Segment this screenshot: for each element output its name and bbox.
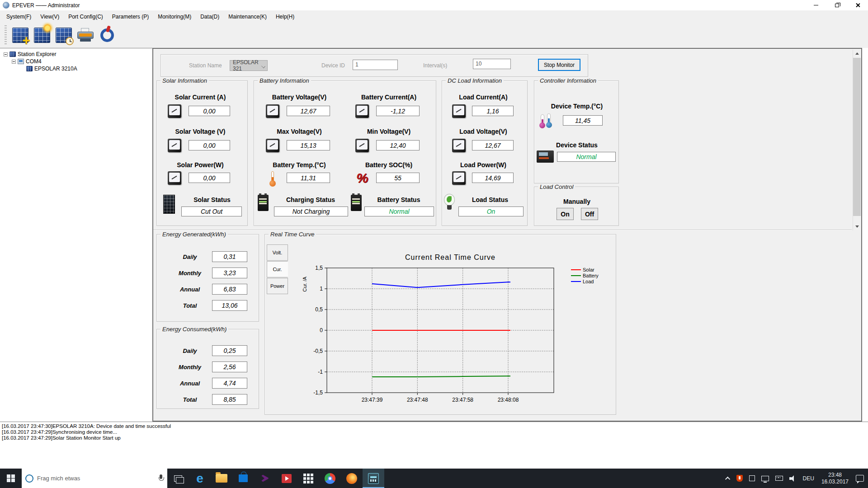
exit-button[interactable] (96, 24, 118, 46)
menu-maintenance[interactable]: Maintenance(K) (224, 12, 271, 22)
taskbar-app-epever-active[interactable] (363, 469, 384, 488)
menu-system[interactable]: System(F) (2, 12, 36, 22)
collapse-icon[interactable] (4, 52, 8, 56)
svg-text:-0,5: -0,5 (313, 348, 323, 354)
print-button[interactable] (75, 24, 96, 46)
solar-current-value: 0,00 (189, 106, 230, 116)
menu-help[interactable]: Help(H) (271, 12, 299, 22)
language-label: DEU (803, 475, 814, 482)
min-voltage-value: 12,40 (376, 140, 420, 150)
taskbar-search[interactable]: Frag mich etwas (22, 469, 167, 488)
menu-view[interactable]: View(V) (36, 12, 64, 22)
scroll-down-button[interactable] (853, 223, 861, 230)
load-current-value: 1,16 (472, 106, 514, 116)
tray-background-app[interactable] (746, 469, 758, 488)
device-time-button[interactable] (53, 24, 75, 46)
tree-item-com4[interactable]: COM4 (12, 58, 42, 65)
taskbar-app-file-explorer[interactable] (211, 469, 232, 488)
action-center-button[interactable] (853, 469, 867, 488)
tree-item-epsolar-3210a[interactable]: EPSOLAR 3210A (26, 65, 77, 72)
printer-icon (77, 28, 94, 42)
tray-display[interactable] (758, 469, 772, 488)
taskbar-app-grid[interactable] (297, 469, 319, 488)
monthly-label: Monthly (170, 364, 210, 371)
station-icon (9, 52, 16, 57)
meter-icon (266, 104, 279, 118)
total-consumed-value: 8,85 (212, 394, 247, 405)
stop-monitor-button[interactable]: Stop Monitor (538, 59, 580, 71)
svg-text:0: 0 (320, 327, 323, 333)
min-voltage-label: Min Voltage(V) (348, 128, 429, 135)
menu-parameters[interactable]: Parameters (P) (108, 12, 153, 22)
microphone-icon[interactable] (158, 474, 164, 483)
charging-status-label: Charging Status (273, 196, 348, 203)
percent-icon (356, 171, 370, 185)
menu-monitoring[interactable]: Monitoring(M) (153, 12, 196, 22)
load-off-button[interactable]: Off (581, 208, 598, 220)
minimize-icon (814, 5, 818, 5)
load-on-button[interactable]: On (557, 208, 574, 220)
group-title: Energy Generated(kWh) (160, 231, 228, 238)
start-button[interactable] (0, 469, 22, 488)
titlebar: EPEVER —— Administrator (0, 0, 868, 10)
load-power-value: 14,69 (472, 173, 514, 183)
bulb-icon (443, 194, 456, 211)
meter-icon (168, 104, 181, 118)
annual-generated-value: 6,83 (212, 284, 247, 295)
tray-touch-keyboard[interactable] (772, 469, 786, 488)
battery-status-label: Battery Status (363, 196, 434, 203)
windows-logo-icon (7, 474, 15, 483)
realtime-chart: Current Real Time CurveCur. /A1,510,50-0… (265, 235, 617, 414)
device-id-field[interactable]: 1 (353, 60, 398, 70)
solar-voltage-label: Solar Voltage (V) (160, 128, 240, 135)
meter-icon (452, 104, 466, 118)
meter-icon (168, 171, 181, 185)
taskbar-app-edge[interactable] (189, 469, 211, 488)
dc-load-information-group: DC Load Information Load Current(A) 1,16… (442, 80, 528, 226)
scroll-up-button[interactable] (853, 50, 861, 57)
total-generated-value: 13,06 (212, 300, 247, 311)
firefox-icon (346, 473, 357, 484)
energy-generated-group: Energy Generated(kWh) Daily 0,31 Monthly… (156, 234, 259, 322)
interval-field[interactable]: 10 (473, 59, 511, 69)
svg-text:-1,5: -1,5 (313, 389, 323, 396)
tray-volume[interactable] (786, 469, 800, 488)
svg-text:1: 1 (320, 286, 323, 292)
restore-button[interactable] (826, 0, 847, 10)
station-name-select[interactable]: EPSOLAR 321 (230, 60, 268, 71)
panel-divider (153, 230, 852, 230)
daily-label: Daily (170, 253, 210, 260)
task-view-button[interactable] (167, 469, 189, 488)
add-station-button[interactable] (9, 24, 31, 46)
task-view-icon (174, 475, 182, 482)
battery-icon (258, 195, 269, 211)
load-control-group: Load Control Manually On Off (534, 187, 619, 226)
station-monitor-button[interactable] (31, 24, 53, 46)
collapse-icon[interactable] (12, 60, 16, 64)
taskbar-app-chrome[interactable] (319, 469, 341, 488)
battery-current-value: -1,12 (376, 106, 420, 116)
taskbar-app-store[interactable] (232, 469, 254, 488)
taskbar-app-movies[interactable] (276, 469, 297, 488)
tray-chevron-button[interactable] (723, 469, 733, 488)
vertical-scrollbar[interactable] (853, 50, 860, 230)
tray-defender[interactable] (733, 469, 746, 488)
taskbar-clock[interactable]: 23:48 16.03.2017 (817, 472, 853, 485)
menu-port-config[interactable]: Port Config(C) (64, 12, 108, 22)
menu-data[interactable]: Data(D) (196, 12, 224, 22)
language-indicator[interactable]: DEU (800, 469, 817, 488)
minimize-button[interactable] (806, 0, 826, 10)
battery-temp-label: Battery Temp.(°C) (259, 161, 340, 169)
taskbar-app-firefox[interactable] (341, 469, 363, 488)
tree-item-station-explorer[interactable]: Station Explorer (4, 51, 56, 58)
device-temp-label: Device Temp.(°C) (537, 103, 617, 110)
controller-information-group: Controller Information Device Temp.(°C) … (534, 80, 619, 183)
window-controls (806, 0, 868, 10)
taskbar-app-visual-studio[interactable] (254, 469, 276, 488)
battery-soc-label: Battery SOC(%) (348, 161, 429, 169)
scrollbar-thumb[interactable] (853, 58, 861, 216)
battery-temp-value: 11,31 (287, 173, 330, 183)
charging-status-value: Not Charging (274, 206, 348, 216)
close-button[interactable] (847, 0, 868, 10)
chevron-down-icon (261, 64, 265, 68)
